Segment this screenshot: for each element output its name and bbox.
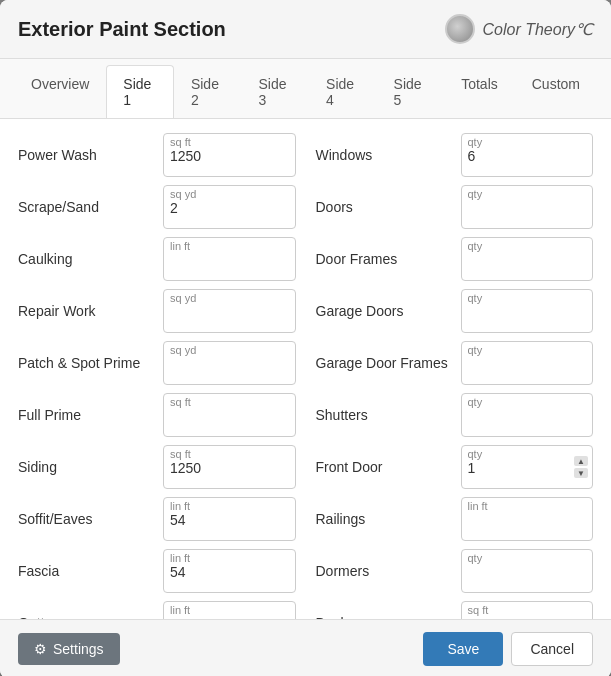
modal-container: Exterior Paint Section Color Theory℃ Ove… bbox=[0, 0, 611, 676]
footer-right-buttons: Save Cancel bbox=[423, 632, 593, 666]
unit-label: sq ft bbox=[468, 604, 587, 616]
logo-text: Color Theory℃ bbox=[483, 20, 593, 39]
tab-side5[interactable]: Side 5 bbox=[377, 65, 445, 118]
field-label: Scrape/Sand bbox=[18, 199, 163, 215]
unit-label: qty bbox=[468, 552, 587, 564]
input-box-7-right[interactable]: lin ft bbox=[461, 497, 594, 541]
field-value: 2 bbox=[170, 200, 289, 216]
unit-label: qty bbox=[468, 240, 587, 252]
left-field-row: Soffit/Eaves lin ft 54 bbox=[18, 497, 296, 541]
field-input-wrap: sq yd bbox=[163, 341, 296, 385]
input-box-2-left[interactable]: lin ft bbox=[163, 237, 296, 281]
tab-overview[interactable]: Overview bbox=[14, 65, 106, 118]
right-field-row: Doors qty bbox=[316, 185, 594, 229]
input-box-2-right[interactable]: qty bbox=[461, 237, 594, 281]
field-label: Full Prime bbox=[18, 407, 163, 423]
spinner-down[interactable]: ▼ bbox=[574, 468, 588, 478]
tab-side4[interactable]: Side 4 bbox=[309, 65, 377, 118]
input-box-3-left[interactable]: sq yd bbox=[163, 289, 296, 333]
unit-label: lin ft bbox=[468, 500, 587, 512]
field-input-wrap: qty 1 ▲ ▼ bbox=[461, 445, 594, 489]
field-input-wrap: lin ft 54 bbox=[163, 549, 296, 593]
input-box-7-left[interactable]: lin ft 54 bbox=[163, 497, 296, 541]
field-value: 6 bbox=[468, 148, 587, 164]
field-input-wrap: lin ft bbox=[461, 497, 594, 541]
unit-label: sq ft bbox=[170, 448, 289, 460]
field-label: Dormers bbox=[316, 563, 461, 579]
unit-label: lin ft bbox=[170, 552, 289, 564]
cancel-button[interactable]: Cancel bbox=[511, 632, 593, 666]
input-box-0-right[interactable]: qty 6 bbox=[461, 133, 594, 177]
field-input-wrap: sq yd 2 bbox=[163, 185, 296, 229]
left-field-row: Gutters lin ft bbox=[18, 601, 296, 619]
input-box-8-right[interactable]: qty bbox=[461, 549, 594, 593]
settings-label: Settings bbox=[53, 641, 104, 657]
input-box-1-left[interactable]: sq yd 2 bbox=[163, 185, 296, 229]
tab-side2[interactable]: Side 2 bbox=[174, 65, 242, 118]
field-label: Patch & Spot Prime bbox=[18, 355, 163, 371]
unit-label: qty bbox=[468, 396, 587, 408]
input-box-9-left[interactable]: lin ft bbox=[163, 601, 296, 619]
modal-footer: ⚙ Settings Save Cancel bbox=[0, 619, 611, 676]
field-value: 54 bbox=[170, 512, 289, 528]
input-box-4-left[interactable]: sq yd bbox=[163, 341, 296, 385]
field-input-wrap: sq ft bbox=[461, 601, 594, 619]
spinner-up[interactable]: ▲ bbox=[574, 456, 588, 466]
unit-label: qty bbox=[468, 188, 587, 200]
right-field-row: Shutters qty bbox=[316, 393, 594, 437]
field-label: Garage Doors bbox=[316, 303, 461, 319]
right-field-row: Front Door qty 1 ▲ ▼ bbox=[316, 445, 594, 489]
unit-label: lin ft bbox=[170, 500, 289, 512]
unit-label: lin ft bbox=[170, 604, 289, 616]
input-box-3-right[interactable]: qty bbox=[461, 289, 594, 333]
input-box-9-right[interactable]: sq ft bbox=[461, 601, 594, 619]
input-box-8-left[interactable]: lin ft 54 bbox=[163, 549, 296, 593]
left-field-row: Fascia lin ft 54 bbox=[18, 549, 296, 593]
unit-label: lin ft bbox=[170, 240, 289, 252]
field-input-wrap: qty bbox=[461, 549, 594, 593]
field-label: Decks bbox=[316, 615, 461, 619]
tab-totals[interactable]: Totals bbox=[444, 65, 515, 118]
field-label: Siding bbox=[18, 459, 163, 475]
input-box-6-left[interactable]: sq ft 1250 bbox=[163, 445, 296, 489]
tab-side1[interactable]: Side 1 bbox=[106, 65, 174, 118]
tab-custom[interactable]: Custom bbox=[515, 65, 597, 118]
tab-side3[interactable]: Side 3 bbox=[241, 65, 309, 118]
field-input-wrap: lin ft 54 bbox=[163, 497, 296, 541]
unit-label: sq yd bbox=[170, 188, 289, 200]
field-input-wrap: sq ft bbox=[163, 393, 296, 437]
input-box-0-left[interactable]: sq ft 1250 bbox=[163, 133, 296, 177]
modal-body: Power Wash sq ft 1250 Scrape/Sand sq yd … bbox=[0, 119, 611, 619]
unit-label: qty bbox=[468, 136, 587, 148]
left-column: Power Wash sq ft 1250 Scrape/Sand sq yd … bbox=[18, 133, 296, 619]
field-input-wrap: qty bbox=[461, 185, 594, 229]
modal-title: Exterior Paint Section bbox=[18, 18, 226, 41]
input-box-5-left[interactable]: sq ft bbox=[163, 393, 296, 437]
input-box-5-right[interactable]: qty bbox=[461, 393, 594, 437]
settings-button[interactable]: ⚙ Settings bbox=[18, 633, 120, 665]
field-input-wrap: qty bbox=[461, 237, 594, 281]
field-label: Soffit/Eaves bbox=[18, 511, 163, 527]
field-input-wrap: qty bbox=[461, 341, 594, 385]
unit-label: sq yd bbox=[170, 344, 289, 356]
input-box-6-right[interactable]: qty 1 ▲ ▼ bbox=[461, 445, 594, 489]
right-field-row: Door Frames qty bbox=[316, 237, 594, 281]
field-input-wrap: sq ft 1250 bbox=[163, 445, 296, 489]
save-button[interactable]: Save bbox=[423, 632, 503, 666]
field-label: Power Wash bbox=[18, 147, 163, 163]
left-field-row: Full Prime sq ft bbox=[18, 393, 296, 437]
field-value: 54 bbox=[170, 564, 289, 580]
tab-bar: Overview Side 1 Side 2 Side 3 Side 4 Sid… bbox=[0, 59, 611, 119]
gear-icon: ⚙ bbox=[34, 641, 47, 657]
unit-label: qty bbox=[468, 448, 569, 460]
field-label: Railings bbox=[316, 511, 461, 527]
right-field-row: Decks sq ft bbox=[316, 601, 594, 619]
field-input-wrap: lin ft bbox=[163, 601, 296, 619]
field-label: Doors bbox=[316, 199, 461, 215]
field-input-wrap: qty bbox=[461, 289, 594, 333]
input-box-1-right[interactable]: qty bbox=[461, 185, 594, 229]
field-label: Fascia bbox=[18, 563, 163, 579]
input-box-4-right[interactable]: qty bbox=[461, 341, 594, 385]
right-field-row: Garage Door Frames qty bbox=[316, 341, 594, 385]
unit-label: qty bbox=[468, 344, 587, 356]
